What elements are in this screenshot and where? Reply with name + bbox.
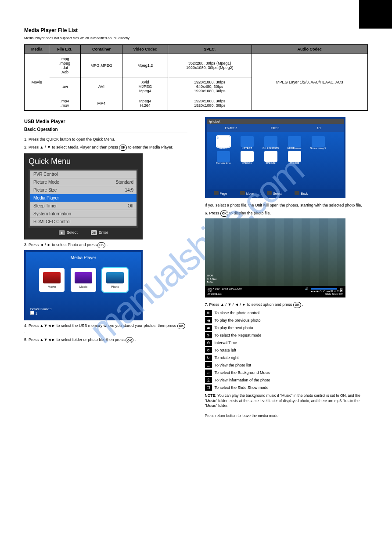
td-codec1: Xvid MJPEG Mpeg4 [122,77,168,96]
step-7b: . [302,303,303,307]
media-type-card[interactable]: Photo [102,268,128,292]
file-list-note: Media Player does not support files whic… [24,36,368,40]
td-ext1: .avi [49,77,80,96]
step-6: 6. Press OK to display the photo file. [205,210,368,217]
thumb-path: \photos\ [207,119,344,124]
thumbnail-item[interactable]: Remote time [215,151,232,164]
side-black-tab [359,0,392,29]
step-6-pre: If you select a photo file, the Unit wil… [205,203,368,208]
step-3a: 3. Press ◄ / ► to select Photo and press [24,243,97,247]
legend-row: ☰To view the photo list [205,362,368,368]
legend-row: ↺To rotate left [205,347,368,353]
ok-icon: OK [126,337,133,343]
td-spec1: 1920x1080, 30fps 640x480, 30fps 1920x108… [168,77,252,96]
ok-icon: OK [293,302,301,308]
thumbnail-item[interactable]: HDDFormat [286,136,303,149]
legend-icon: ⊠ [205,310,212,316]
qm-select-hint: ▮Select [59,230,78,235]
media-type-card[interactable]: Music [71,268,96,292]
thumb-foot: Page Move Select Back [207,189,344,196]
legend-icon: ⏲ [205,340,212,346]
thumbnail-screenshot: \photos\ Folder: 5 File: 3 1/1 ↩ReturnKS… [205,117,345,198]
thumbnail-item[interactable]: Screenweight [309,136,327,149]
icon-legend: ⊠To close the photo control⏮To play the … [205,310,368,391]
th-ext: File Ext. [49,45,80,54]
legend-icon: ↻ [205,355,212,361]
legend-icon: ☰ [205,362,212,368]
photo-badge: ⊠ Off ⏲ 5 Sec ↻ On [207,274,217,284]
td-cont1: AVI [80,77,122,96]
td-spec2: 1920x1080, 30fps 1920x1080, 30fps [168,96,252,111]
format-table: Media File Ext. Container Video Codec SP… [24,44,368,111]
quick-menu-title: Quick Menu [29,157,138,166]
step-7a: 7. Press ▲ / ▼ / ◄ / ► to select option … [205,303,293,307]
step-6b: to display the photo file. [230,211,271,216]
step-4: 4. Press ▲▼◄► to select the USB memory w… [24,323,187,334]
thumbnail-item[interactable]: JPEG03 [286,151,303,164]
legend-row: ↻To rotate right [205,355,368,361]
quick-menu-item[interactable]: PVR Control [30,170,137,178]
quick-menu-item[interactable]: Media Player [30,194,137,202]
qm-enter-hint: OKEnter [91,230,108,235]
step-2a: 2. Press ▲ / ▼ to select Media Player an… [24,145,119,150]
legend-icon: ⏮ [205,317,212,323]
step-1: 1. Press the QUICK button to open the Qu… [24,137,187,142]
legend-row: ⏲Interval Time [205,340,368,346]
quick-menu-item[interactable]: System Information [30,210,137,218]
quick-menu-item[interactable]: Sleep TimerOff [30,202,137,210]
media-player-screenshot: Media Player MovieMusicPhoto Device Foun… [24,250,143,320]
step-5: 5. Press ▲▼◄► to select folder or photo … [24,337,187,343]
quick-menu-item[interactable]: HDMI CEC Control [30,218,137,226]
thumbnail-item[interactable]: JPEG02 [262,151,280,164]
step-5b: . [135,338,136,342]
legend-icon: ⏭ [205,325,212,331]
step-3b: . [107,243,108,247]
photo-viewer-screenshot: ⊠ Off ⏲ 5 Sec ↻ On 170 X 160 10:58 02/03… [205,218,345,297]
step-4a: 4. Press ▲▼◄► to select the USB memory w… [24,324,177,328]
th-container: Container [80,45,122,54]
th-audio: Audio Codec [252,45,367,54]
legend-row: ⏮To play the previous photo [205,317,368,323]
quick-menu-screenshot: Quick Menu PVR ControlPicture ModeStanda… [24,153,143,239]
quick-menu-item[interactable]: Picture Size14:9 [30,186,137,194]
media-type-card[interactable]: Movie [39,268,65,292]
step-3: 3. Press ◄ / ► to select Photo and press… [24,242,187,248]
thumbnail-item[interactable]: OK 20230905 [262,136,280,149]
step-7: 7. Press ▲ / ▼ / ◄ / ► to select option … [205,302,368,308]
td-ext0: .mpg .mpeg .dat .vob [49,54,80,77]
ok-icon: OK [119,145,127,151]
thumbnail-item[interactable]: KSTEST [238,136,256,149]
thumbnail-item[interactable]: ↩Return [215,136,232,149]
mp-device-found: Device Found:1 1 [30,308,137,315]
td-cont0: MPG,MPEG [80,54,122,77]
step-6a: 6. Press [205,211,221,216]
basic-heading: Basic Operation [24,127,187,133]
legend-row: ⟳To select the Repeat mode [205,332,368,338]
mp-title: Media Player [30,255,137,260]
thumbnail-item[interactable]: JPEG01 [238,151,256,164]
note-block: NOTE: You can play the background music … [205,393,368,418]
step-5a: 5. Press ▲▼◄► to select folder or photo … [24,338,126,342]
td-codec0: Mpeg1,2 [122,54,168,77]
td-ext2: .mp4 .mov [49,96,80,111]
td-cont2: MP4 [80,96,122,111]
legend-row: ⊠To close the photo control [205,310,368,316]
legend-icon: ♫ [205,370,212,376]
legend-row: ❐To select the Slide Show mode [205,385,368,391]
legend-icon: ↺ [205,347,212,353]
step-4b: . [24,330,25,334]
th-spec: SPEC. [168,45,252,54]
th-media: Media [25,45,49,54]
td-audio: MPEG Layer 1/2/3, AAC/HEAAC, AC3 [252,54,367,111]
ok-icon: OK [97,242,105,248]
step-2: 2. Press ▲ / ▼ to select Media Player an… [24,145,187,151]
td-codec2: Mpeg4 H.264 [122,96,168,111]
legend-row: ⏭To play the next photo [205,325,368,331]
usb-heading: USB Media Player [24,119,187,125]
file-list-heading: Media Player File List [24,27,368,33]
td-media: Movie [25,54,49,111]
legend-icon: ❐ [205,385,212,391]
quick-menu-item[interactable]: Picture ModeStandard [30,178,137,186]
thumb-header: Folder: 5 File: 3 1/1 [207,124,344,132]
td-spec0: 352x288, 30fps (Mpeg1) 1920x1080, 30fps … [168,54,252,77]
